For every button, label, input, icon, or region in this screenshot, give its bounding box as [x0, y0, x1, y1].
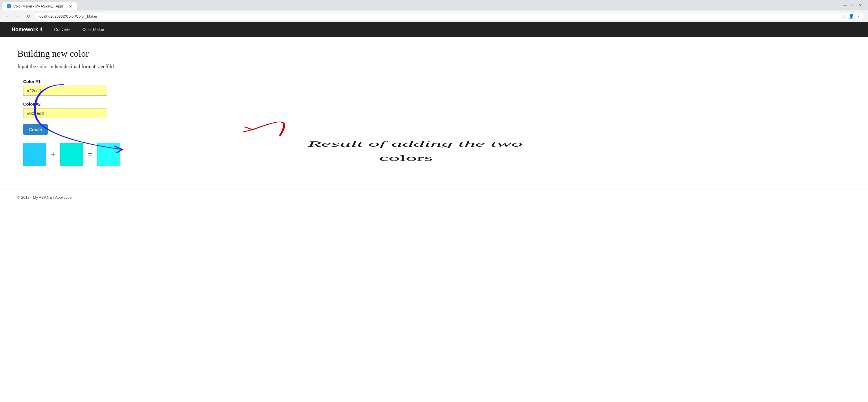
address-icons: ☆ 👤 ⋮ [842, 13, 861, 19]
color2-label: Color #2 [23, 102, 850, 106]
maximize-button[interactable]: □ [852, 3, 854, 7]
result-swatch [97, 143, 120, 166]
swatches-row: + = [23, 143, 850, 166]
profile-icon[interactable]: 👤 [848, 13, 854, 19]
form-section: Color #1 Color #2 Create + = [23, 79, 850, 166]
active-tab[interactable]: Color Maker - My ASP.NET Appli... ✕ [2, 2, 77, 10]
plus-sign: + [51, 150, 56, 159]
main-content: Building new color Input the color in he… [0, 37, 868, 177]
address-bar[interactable]: localhost:26362/Color/Color_Maker ☆ 👤 ⋮ [35, 12, 865, 20]
minimize-button[interactable]: — [843, 3, 847, 7]
tab-close-icon[interactable]: ✕ [69, 4, 72, 9]
tab-favicon [7, 4, 11, 8]
nav-link-converter[interactable]: Converter [50, 25, 76, 34]
color2-field-group: Color #2 [23, 102, 850, 118]
address-bar-row: ← → ↻ localhost:26362/Color/Color_Maker … [0, 10, 868, 22]
color2-swatch [60, 143, 83, 166]
equals-sign: = [88, 150, 93, 159]
browser-chrome: Color Maker - My ASP.NET Appli... ✕ + — … [0, 0, 868, 22]
color1-field-group: Color #1 [23, 79, 850, 96]
menu-icon[interactable]: ⋮ [857, 13, 861, 19]
star-icon[interactable]: ☆ [842, 13, 846, 19]
address-text: localhost:26362/Color/Color_Maker [38, 14, 842, 19]
create-button[interactable]: Create [23, 124, 48, 135]
page-title: Building new color [18, 48, 850, 59]
tab-title: Color Maker - My ASP.NET Appli... [13, 4, 66, 8]
nav-brand[interactable]: Homework 4 [11, 27, 42, 33]
app-nav: Homework 4 Converter Color Maker [0, 22, 868, 37]
color1-input[interactable] [23, 86, 107, 96]
new-tab-button[interactable]: + [77, 2, 85, 10]
reload-button[interactable]: ↻ [24, 12, 32, 20]
window-controls: — □ ✕ [843, 2, 866, 10]
back-button[interactable]: ← [3, 12, 11, 20]
nav-links: Converter Color Maker [50, 25, 109, 34]
footer-text: © 2018 - My ASP.NET Application [18, 195, 73, 200]
color1-swatch [23, 143, 46, 166]
color1-label: Color #1 [23, 79, 850, 84]
color2-input[interactable] [23, 108, 107, 118]
nav-link-color-maker[interactable]: Color Maker [78, 25, 109, 34]
page-subtitle: Input the color in hexidecimal format: #… [18, 64, 850, 70]
window-close-button[interactable]: ✕ [859, 3, 862, 8]
footer: © 2018 - My ASP.NET Application [0, 189, 868, 205]
forward-button[interactable]: → [14, 12, 22, 20]
tab-row: Color Maker - My ASP.NET Appli... ✕ + — … [0, 0, 868, 10]
